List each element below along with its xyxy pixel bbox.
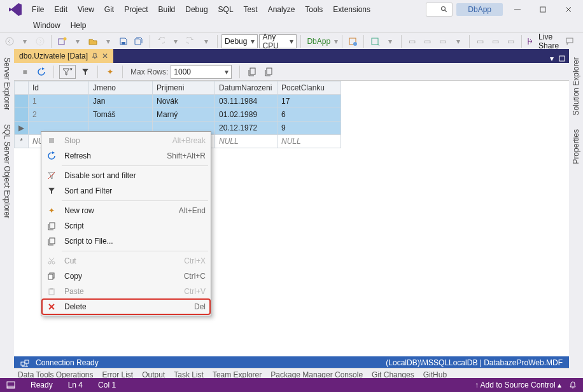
cell[interactable]: 2 — [29, 108, 89, 122]
cell[interactable]: 20.12.1972 — [215, 122, 277, 135]
ctx-script[interactable]: Script — [43, 218, 209, 234]
menu-tools[interactable]: Tools — [300, 3, 328, 16]
save-all-button[interactable] — [132, 34, 146, 48]
feedback-button[interactable] — [563, 34, 577, 48]
document-tab[interactable]: dbo.Uzivatele [Data] ✕ — [14, 49, 113, 63]
open-file-button[interactable] — [86, 34, 100, 48]
ctx-refresh[interactable]: RefreshShift+Alt+R — [43, 148, 209, 164]
cell[interactable]: Tomáš — [89, 108, 153, 122]
nav-back-button[interactable] — [3, 34, 17, 48]
script-icon[interactable] — [245, 65, 259, 79]
row-header[interactable] — [15, 108, 29, 122]
refresh-icon[interactable] — [34, 65, 48, 79]
tool-btn-5[interactable]: ▭ — [436, 34, 450, 48]
menu-edit[interactable]: Edit — [49, 3, 73, 16]
column-header[interactable]: PocetClanku — [277, 81, 341, 95]
status-line-label: Ln 4 — [68, 381, 83, 389]
minimize-button[interactable] — [507, 2, 528, 17]
cell[interactable]: 17 — [277, 95, 341, 108]
ctx-item-shortcut: Ctrl+C — [184, 272, 206, 281]
column-header[interactable]: DatumNarozeni — [215, 81, 277, 95]
close-button[interactable] — [558, 2, 579, 17]
menu-window[interactable]: Window — [28, 19, 66, 32]
filter-toggle-icon[interactable]: ▾ — [59, 65, 76, 79]
tool-btn-6[interactable]: ▭ — [473, 34, 487, 48]
dock-icon[interactable] — [559, 55, 565, 62]
ctx-copy[interactable]: CopyCtrl+C — [43, 269, 209, 284]
stop-query-icon[interactable]: ■ — [18, 65, 32, 79]
stop-icon — [44, 137, 59, 144]
ide-status-bar: Ready Ln 4 Col 1 ↑ Add to Source Control… — [0, 378, 583, 392]
pin-icon[interactable] — [92, 53, 98, 59]
filter-icon[interactable] — [78, 65, 92, 79]
cell[interactable]: 6 — [277, 108, 341, 122]
solution-label[interactable]: DbApp — [456, 3, 503, 16]
ctx-sort-and-filter[interactable]: Sort and Filter — [43, 183, 209, 199]
rail-tab[interactable]: Server Explorer — [1, 52, 13, 116]
cell[interactable]: 9 — [277, 122, 341, 135]
cell[interactable]: NULL — [277, 135, 341, 148]
tool-btn-1[interactable] — [346, 34, 360, 48]
rail-tab[interactable]: SQL Server Object Explorer — [1, 118, 13, 224]
menu-test[interactable]: Test — [239, 3, 263, 16]
tool-btn-3[interactable]: ▭ — [405, 34, 419, 48]
ctx-disable-sort-and-filter[interactable]: Disable sort and filter — [43, 168, 209, 183]
notifications-icon[interactable] — [569, 381, 577, 389]
column-header[interactable]: Jmeno — [89, 81, 153, 95]
start-debug-button[interactable]: DbApp▾ — [305, 34, 338, 48]
menu-sql[interactable]: SQL — [213, 3, 239, 16]
tool-btn-4[interactable]: ▭ — [421, 34, 435, 48]
sparkle-icon: ✦ — [44, 206, 59, 215]
new-project-button[interactable] — [55, 34, 69, 48]
add-source-control-button[interactable]: ↑ Add to Source Control ▴ — [475, 381, 561, 389]
row-header-corner[interactable] — [15, 81, 29, 95]
rail-tab[interactable]: Properties — [570, 123, 582, 170]
tab-overflow-icon[interactable]: ▾ — [550, 54, 554, 63]
row-header[interactable]: ▶ — [15, 122, 29, 135]
new-row-icon[interactable]: ✦ — [103, 65, 117, 79]
max-rows-combo[interactable]: 1000▾ — [171, 65, 232, 79]
cell[interactable]: 03.11.1984 — [215, 95, 277, 108]
cell[interactable]: 01.02.1989 — [215, 108, 277, 122]
tool-btn-2[interactable] — [368, 34, 382, 48]
config-combo[interactable]: Debug▾ — [221, 34, 258, 48]
cell[interactable]: NULL — [215, 135, 277, 148]
cell[interactable]: Marný — [153, 108, 215, 122]
row-header[interactable] — [15, 95, 29, 108]
tool-btn-8[interactable]: ▭ — [503, 34, 517, 48]
ctx-delete[interactable]: DeleteDel — [43, 299, 209, 314]
column-header[interactable]: Id — [29, 81, 89, 95]
table-row[interactable]: 2TomášMarný01.02.19896 — [15, 108, 341, 122]
menu-git[interactable]: Git — [99, 3, 119, 16]
row-header[interactable]: * — [15, 135, 29, 148]
output-pane-icon[interactable] — [6, 381, 15, 389]
nav-fwd2-button[interactable] — [33, 34, 47, 48]
nav-fwd-button[interactable]: ▾ — [18, 34, 32, 48]
ctx-script-to-file-[interactable]: Script to File... — [43, 234, 209, 249]
close-tab-icon[interactable]: ✕ — [102, 52, 108, 60]
column-header[interactable]: Prijmeni — [153, 81, 215, 95]
cell[interactable]: Novák — [153, 95, 215, 108]
rail-tab[interactable]: Solution Explorer — [570, 52, 582, 121]
save-button[interactable] — [116, 34, 130, 48]
menu-build[interactable]: Build — [153, 3, 181, 16]
liveshare-button[interactable]: Live Share — [538, 32, 559, 50]
search-box[interactable] — [426, 3, 453, 17]
menu-view[interactable]: View — [73, 3, 99, 16]
cell[interactable]: 1 — [29, 95, 89, 108]
menu-file[interactable]: File — [27, 3, 49, 16]
restore-button[interactable] — [532, 2, 554, 17]
table-row[interactable]: 1JanNovák03.11.198417 — [15, 95, 341, 108]
menu-help[interactable]: Help — [66, 19, 92, 32]
ctx-new-row[interactable]: ✦New rowAlt+End — [43, 203, 209, 218]
menu-extensions[interactable]: Extensions — [328, 3, 376, 16]
undo-button[interactable] — [153, 34, 167, 48]
menu-debug[interactable]: Debug — [180, 3, 213, 16]
menu-analyze[interactable]: Analyze — [263, 3, 300, 16]
platform-combo[interactable]: Any CPU▾ — [259, 34, 297, 48]
cell[interactable]: Jan — [89, 95, 153, 108]
script-to-file-icon[interactable] — [262, 65, 276, 79]
tool-btn-7[interactable]: ▭ — [488, 34, 502, 48]
menu-project[interactable]: Project — [119, 3, 153, 16]
redo-button[interactable] — [184, 34, 198, 48]
